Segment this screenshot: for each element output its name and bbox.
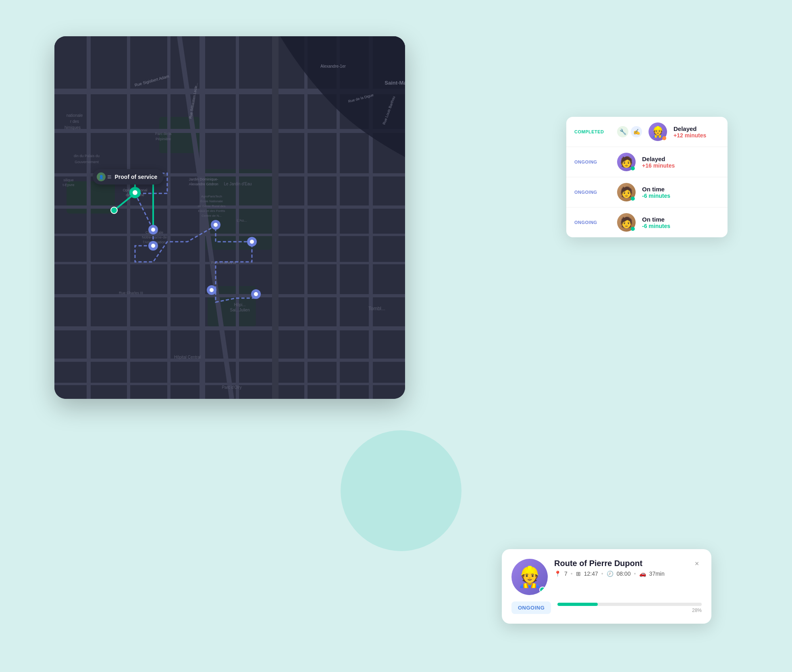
svg-text:nationale: nationale [67, 113, 83, 118]
status-row-3[interactable]: ONGOING 🧑 On time -6 minutes [566, 177, 728, 207]
status-info-4: On time -6 minutes [642, 216, 719, 229]
status-title-4: On time [642, 216, 719, 223]
status-panel: COMPLETED 🔧 ✍️ 👷 Delayed +12 minutes ONG… [566, 117, 728, 237]
svg-point-61 [111, 207, 117, 214]
svg-text:Tombl...: Tombl... [368, 306, 385, 311]
meta-dot-3: • [634, 570, 636, 577]
proof-badge-label: Proof of service [115, 174, 158, 180]
svg-text:din du Palais du: din du Palais du [74, 154, 100, 158]
svg-text:L'Au...: L'Au... [237, 218, 247, 222]
status-title-2: Delayed [642, 156, 719, 162]
stops-count: 7 [564, 570, 567, 577]
bg-decoration-1 [341, 430, 461, 551]
svg-text:Hôpi...: Hôpi... [234, 303, 246, 307]
svg-rect-16 [127, 36, 130, 399]
car-icon: 🚗 [639, 570, 646, 577]
drive-time: 37min [649, 570, 665, 577]
svg-text:t-Epvre: t-Epvre [62, 183, 74, 187]
status-dot-2 [631, 166, 635, 170]
route-card-info: Route of Pierre Dupont 📍 7 • ⊞ 12:47 • 🕗… [554, 559, 686, 577]
status-value-3: -6 minutes [642, 193, 719, 199]
svg-rect-15 [87, 36, 91, 399]
svg-point-75 [254, 292, 258, 296]
svg-text:AgroParisTech: AgroParisTech [201, 195, 222, 198]
status-dot-1 [662, 136, 666, 140]
worker-figure: 👷 [517, 565, 542, 589]
sign-icon-1: ✍️ [631, 126, 642, 137]
online-indicator [539, 587, 546, 593]
status-value-1: +12 minutes [674, 132, 719, 139]
svg-text:Notre-Dame-de: Notre-Dame-de [142, 235, 167, 239]
status-dot-3 [631, 197, 635, 201]
svg-text:Rue Charles III: Rue Charles III [119, 291, 143, 295]
svg-text:École Nationale: École Nationale [200, 199, 223, 203]
route-card: 👷 Route of Pierre Dupont 📍 7 • ⊞ 12:47 •… [502, 549, 711, 624]
status-row-1[interactable]: COMPLETED 🔧 ✍️ 👷 Delayed +12 minutes [566, 117, 728, 147]
map-container: Saint-Max nationale r des himiques din d… [54, 36, 405, 399]
badge-avatar-1: 👤 [97, 172, 106, 181]
pin-icon: 📍 [554, 570, 561, 577]
svg-rect-17 [167, 36, 170, 399]
proof-badge[interactable]: 👤 ≡ Proof of service [93, 169, 164, 185]
svg-point-65 [151, 228, 155, 232]
svg-text:de Génie Rural des: de Génie Rural des [198, 204, 226, 208]
status-dot-4 [631, 227, 635, 231]
svg-rect-9 [54, 234, 405, 236]
svg-point-73 [210, 288, 214, 292]
status-row-4[interactable]: ONGOING 🧑 On time -6 minutes [566, 207, 728, 237]
status-info-2: Delayed +16 minutes [642, 156, 719, 169]
svg-text:Alexandre Gödron: Alexandre Gödron [189, 182, 218, 186]
avatar-wrapper-3: 🧑 [617, 183, 636, 201]
status-title-3: On time [642, 186, 719, 193]
progress-track [557, 603, 702, 606]
status-badge-completed: COMPLETED [574, 129, 611, 134]
status-value-2: +16 minutes [642, 162, 719, 169]
avatar-wrapper-2: 🧑 [617, 153, 636, 171]
status-info-1: Delayed +12 minutes [674, 125, 719, 139]
status-row-2[interactable]: ONGOING 🧑 Delayed +16 minutes [566, 147, 728, 177]
status-value-4: -6 minutes [642, 223, 719, 229]
meta-dot-1: • [571, 570, 573, 577]
meta-dot-2: • [601, 570, 603, 577]
svg-rect-8 [54, 205, 405, 209]
svg-text:Le Jardin d'Eau: Le Jardin d'Eau [224, 182, 252, 186]
progress-label: 28% [557, 608, 702, 613]
progress-fill [557, 603, 598, 606]
svg-point-71 [250, 240, 254, 244]
svg-rect-13 [54, 359, 405, 362]
svg-text:Saint-Max: Saint-Max [385, 80, 405, 86]
clock-icon: 🕗 [607, 570, 613, 577]
svg-text:Pépinière: Pépinière [156, 137, 171, 141]
route-card-header: 👷 Route of Pierre Dupont 📍 7 • ⊞ 12:47 •… [511, 559, 702, 595]
tool-icon-1: 🔧 [617, 126, 628, 137]
grid-icon: ⊞ [576, 570, 581, 577]
route-status-badge: ONGOING [511, 601, 551, 614]
svg-text:Parc de la: Parc de la [155, 132, 172, 136]
svg-point-63 [133, 190, 137, 195]
map-background: Saint-Max nationale r des himiques din d… [54, 36, 405, 399]
avatar-wrapper-1: 👷 [649, 122, 667, 141]
svg-text:r des: r des [70, 119, 79, 124]
status-icons-1: 🔧 ✍️ [617, 126, 642, 137]
svg-text:Alexandre-1er: Alexandre-1er [320, 64, 346, 68]
map-streets-svg: Saint-Max nationale r des himiques din d… [54, 36, 405, 399]
badge-icons: 👤 ≡ [97, 172, 112, 181]
svg-rect-20 [272, 36, 279, 399]
svg-point-69 [214, 223, 218, 227]
avatar-wrapper-4: 🧑 [617, 213, 636, 232]
svg-text:Jardin Dominique-: Jardin Dominique- [189, 177, 218, 181]
status-badge-ongoing-3: ONGOING [574, 220, 611, 225]
svg-point-67 [151, 244, 155, 248]
time2: 08:00 [617, 570, 631, 577]
svg-text:Parc d'Olry: Parc d'Olry [222, 385, 241, 390]
status-info-3: On time -6 minutes [642, 186, 719, 199]
route-meta: 📍 7 • ⊞ 12:47 • 🕗 08:00 • 🚗 37min [554, 570, 686, 577]
close-button[interactable]: × [692, 559, 702, 568]
time1: 12:47 [584, 570, 598, 577]
status-badge-ongoing-2: ONGOING [574, 190, 611, 195]
svg-text:himiques: himiques [64, 125, 81, 130]
svg-rect-21 [304, 36, 308, 399]
svg-rect-11 [54, 294, 405, 297]
svg-text:Hôpital Central: Hôpital Central [174, 355, 201, 359]
progress-wrapper: 28% [557, 603, 702, 613]
